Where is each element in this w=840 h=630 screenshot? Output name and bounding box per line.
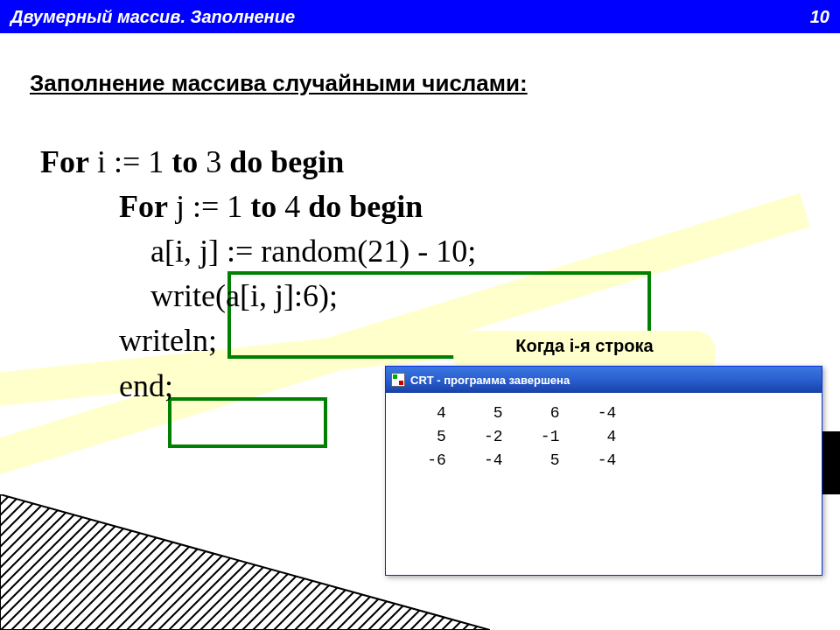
- code-text: j := 1: [168, 189, 250, 224]
- crt-window: CRT - программа завершена 4 5 6 -4 5 -2 …: [385, 366, 822, 576]
- crt-row: -6 -4 5 -4: [389, 452, 616, 469]
- callout-text: Когда i-я строка: [515, 336, 653, 356]
- slide-title: Двумерный массив. Заполнение: [10, 7, 295, 27]
- code-text: 3: [198, 144, 229, 179]
- kw-do-begin-1: do begin: [229, 144, 344, 179]
- code-line-5: writeln;: [40, 323, 217, 358]
- code-line-6: end;: [40, 368, 173, 403]
- crt-output: 4 5 6 -4 5 -2 -1 4 -6 -4 5 -4: [386, 393, 822, 575]
- section-title: Заполнение массива случайными числами:: [30, 70, 528, 97]
- crt-title: CRT - программа завершена: [410, 374, 570, 387]
- slide-page-number: 10: [810, 7, 830, 27]
- crt-row: 5 -2 -1 4: [389, 428, 616, 445]
- kw-to-1: to: [172, 144, 198, 179]
- kw-do-begin-2: do begin: [308, 189, 423, 224]
- code-line-4: write(a[i, j]:6);: [40, 278, 338, 313]
- code-text: 4: [276, 189, 308, 224]
- kw-for-2: For: [40, 189, 168, 224]
- crt-app-icon: [391, 373, 405, 387]
- crt-row: 4 5 6 -4: [389, 404, 616, 422]
- kw-to-2: to: [250, 189, 276, 224]
- code-line-3: a[i, j] := random(21) - 10;: [40, 234, 476, 269]
- crt-titlebar: CRT - программа завершена: [386, 367, 822, 393]
- code-text: i := 1: [89, 144, 172, 179]
- kw-for-1: For: [40, 144, 89, 179]
- slide-header: Двумерный массив. Заполнение 10: [0, 0, 840, 33]
